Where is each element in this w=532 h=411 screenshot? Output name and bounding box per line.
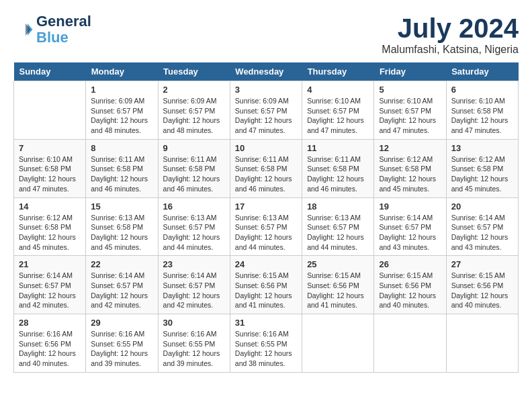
day-info: Sunrise: 6:12 AM Sunset: 6:58 PM Dayligh… <box>19 213 81 253</box>
day-number: 13 <box>451 143 513 153</box>
day-info: Sunrise: 6:10 AM Sunset: 6:57 PM Dayligh… <box>379 96 441 136</box>
week-row-3: 14Sunrise: 6:12 AM Sunset: 6:58 PM Dayli… <box>14 197 519 256</box>
calendar-cell: 10Sunrise: 6:11 AM Sunset: 6:58 PM Dayli… <box>230 139 302 197</box>
day-number: 29 <box>91 318 152 328</box>
day-info: Sunrise: 6:10 AM Sunset: 6:57 PM Dayligh… <box>307 96 369 136</box>
calendar-cell: 14Sunrise: 6:12 AM Sunset: 6:58 PM Dayli… <box>14 197 86 256</box>
day-number: 2 <box>163 85 225 95</box>
day-number: 30 <box>163 318 225 328</box>
day-info: Sunrise: 6:16 AM Sunset: 6:55 PM Dayligh… <box>91 329 152 369</box>
day-number: 11 <box>307 143 369 153</box>
calendar-cell: 19Sunrise: 6:14 AM Sunset: 6:57 PM Dayli… <box>374 197 446 256</box>
day-number: 22 <box>91 259 152 269</box>
day-info: Sunrise: 6:09 AM Sunset: 6:57 PM Dayligh… <box>235 96 297 136</box>
day-info: Sunrise: 6:14 AM Sunset: 6:57 PM Dayligh… <box>19 271 81 310</box>
day-number: 31 <box>235 318 297 328</box>
month-year-title: July 2024 <box>382 13 519 44</box>
day-number: 16 <box>163 201 225 212</box>
day-info: Sunrise: 6:16 AM Sunset: 6:55 PM Dayligh… <box>163 329 225 369</box>
calendar-cell: 16Sunrise: 6:13 AM Sunset: 6:57 PM Dayli… <box>158 197 230 256</box>
day-info: Sunrise: 6:15 AM Sunset: 6:56 PM Dayligh… <box>379 271 441 310</box>
calendar-cell: 21Sunrise: 6:14 AM Sunset: 6:57 PM Dayli… <box>14 256 86 314</box>
day-info: Sunrise: 6:12 AM Sunset: 6:58 PM Dayligh… <box>451 154 513 194</box>
logo: General Blue <box>13 13 91 46</box>
location-subtitle: Malumfashi, Katsina, Nigeria <box>382 44 519 56</box>
weekday-header-thursday: Thursday <box>302 62 374 81</box>
day-info: Sunrise: 6:13 AM Sunset: 6:58 PM Dayligh… <box>91 213 152 253</box>
week-row-1: 1Sunrise: 6:09 AM Sunset: 6:57 PM Daylig… <box>14 81 519 140</box>
calendar-cell: 8Sunrise: 6:11 AM Sunset: 6:58 PM Daylig… <box>86 139 158 197</box>
calendar-cell: 4Sunrise: 6:10 AM Sunset: 6:57 PM Daylig… <box>302 81 374 140</box>
title-block: July 2024 Malumfashi, Katsina, Nigeria <box>382 13 519 56</box>
calendar-cell: 24Sunrise: 6:15 AM Sunset: 6:56 PM Dayli… <box>230 256 302 314</box>
day-number: 10 <box>235 143 297 153</box>
day-number: 9 <box>163 143 225 153</box>
day-number: 5 <box>379 85 441 95</box>
day-info: Sunrise: 6:16 AM Sunset: 6:56 PM Dayligh… <box>19 329 81 369</box>
calendar-cell: 23Sunrise: 6:14 AM Sunset: 6:57 PM Dayli… <box>158 256 230 314</box>
day-number: 21 <box>19 259 81 269</box>
weekday-header-friday: Friday <box>374 62 446 81</box>
day-number: 28 <box>19 318 81 328</box>
logo-icon <box>13 19 34 40</box>
calendar-cell <box>446 314 518 373</box>
day-number: 17 <box>235 201 297 212</box>
day-info: Sunrise: 6:09 AM Sunset: 6:57 PM Dayligh… <box>91 96 152 136</box>
calendar-cell: 9Sunrise: 6:11 AM Sunset: 6:58 PM Daylig… <box>158 139 230 197</box>
day-info: Sunrise: 6:16 AM Sunset: 6:55 PM Dayligh… <box>235 329 297 369</box>
day-info: Sunrise: 6:09 AM Sunset: 6:57 PM Dayligh… <box>163 96 225 136</box>
calendar-cell: 2Sunrise: 6:09 AM Sunset: 6:57 PM Daylig… <box>158 81 230 140</box>
day-info: Sunrise: 6:14 AM Sunset: 6:57 PM Dayligh… <box>451 213 513 253</box>
calendar-cell: 1Sunrise: 6:09 AM Sunset: 6:57 PM Daylig… <box>86 81 158 140</box>
calendar-cell <box>302 314 374 373</box>
calendar-table: SundayMondayTuesdayWednesdayThursdayFrid… <box>13 62 519 373</box>
day-info: Sunrise: 6:11 AM Sunset: 6:58 PM Dayligh… <box>91 154 152 194</box>
day-info: Sunrise: 6:11 AM Sunset: 6:58 PM Dayligh… <box>235 154 297 194</box>
weekday-header-saturday: Saturday <box>446 62 518 81</box>
day-number: 27 <box>451 259 513 269</box>
calendar-cell: 11Sunrise: 6:11 AM Sunset: 6:58 PM Dayli… <box>302 139 374 197</box>
day-number: 26 <box>379 259 441 269</box>
day-info: Sunrise: 6:15 AM Sunset: 6:56 PM Dayligh… <box>235 271 297 310</box>
day-info: Sunrise: 6:13 AM Sunset: 6:57 PM Dayligh… <box>163 213 225 253</box>
day-info: Sunrise: 6:13 AM Sunset: 6:57 PM Dayligh… <box>235 213 297 253</box>
day-number: 15 <box>91 201 152 212</box>
weekday-header-wednesday: Wednesday <box>230 62 302 81</box>
day-info: Sunrise: 6:12 AM Sunset: 6:58 PM Dayligh… <box>379 154 441 194</box>
weekday-header-row: SundayMondayTuesdayWednesdayThursdayFrid… <box>14 62 519 81</box>
calendar-cell <box>14 81 86 140</box>
day-number: 7 <box>19 143 81 153</box>
day-number: 4 <box>307 85 369 95</box>
day-number: 3 <box>235 85 297 95</box>
calendar-cell: 30Sunrise: 6:16 AM Sunset: 6:55 PM Dayli… <box>158 314 230 373</box>
calendar-cell: 15Sunrise: 6:13 AM Sunset: 6:58 PM Dayli… <box>86 197 158 256</box>
day-number: 25 <box>307 259 369 269</box>
day-number: 20 <box>451 201 513 212</box>
day-number: 18 <box>307 201 369 212</box>
day-info: Sunrise: 6:13 AM Sunset: 6:57 PM Dayligh… <box>307 213 369 253</box>
day-number: 12 <box>379 143 441 153</box>
calendar-cell: 17Sunrise: 6:13 AM Sunset: 6:57 PM Dayli… <box>230 197 302 256</box>
logo-text: General Blue <box>36 13 91 46</box>
calendar-cell: 13Sunrise: 6:12 AM Sunset: 6:58 PM Dayli… <box>446 139 518 197</box>
calendar-cell: 31Sunrise: 6:16 AM Sunset: 6:55 PM Dayli… <box>230 314 302 373</box>
calendar-cell: 25Sunrise: 6:15 AM Sunset: 6:56 PM Dayli… <box>302 256 374 314</box>
calendar-cell <box>374 314 446 373</box>
calendar-cell: 29Sunrise: 6:16 AM Sunset: 6:55 PM Dayli… <box>86 314 158 373</box>
day-number: 6 <box>451 85 513 95</box>
page-header: General Blue July 2024 Malumfashi, Katsi… <box>13 13 519 56</box>
calendar-cell: 12Sunrise: 6:12 AM Sunset: 6:58 PM Dayli… <box>374 139 446 197</box>
calendar-cell: 5Sunrise: 6:10 AM Sunset: 6:57 PM Daylig… <box>374 81 446 140</box>
calendar-cell: 3Sunrise: 6:09 AM Sunset: 6:57 PM Daylig… <box>230 81 302 140</box>
week-row-4: 21Sunrise: 6:14 AM Sunset: 6:57 PM Dayli… <box>14 256 519 314</box>
day-info: Sunrise: 6:15 AM Sunset: 6:56 PM Dayligh… <box>307 271 369 310</box>
calendar-cell: 6Sunrise: 6:10 AM Sunset: 6:58 PM Daylig… <box>446 81 518 140</box>
day-info: Sunrise: 6:11 AM Sunset: 6:58 PM Dayligh… <box>163 154 225 194</box>
day-info: Sunrise: 6:14 AM Sunset: 6:57 PM Dayligh… <box>163 271 225 310</box>
day-info: Sunrise: 6:14 AM Sunset: 6:57 PM Dayligh… <box>91 271 152 310</box>
day-number: 14 <box>19 201 81 212</box>
day-info: Sunrise: 6:10 AM Sunset: 6:58 PM Dayligh… <box>19 154 81 194</box>
day-info: Sunrise: 6:10 AM Sunset: 6:58 PM Dayligh… <box>451 96 513 136</box>
calendar-cell: 20Sunrise: 6:14 AM Sunset: 6:57 PM Dayli… <box>446 197 518 256</box>
day-number: 1 <box>91 85 152 95</box>
